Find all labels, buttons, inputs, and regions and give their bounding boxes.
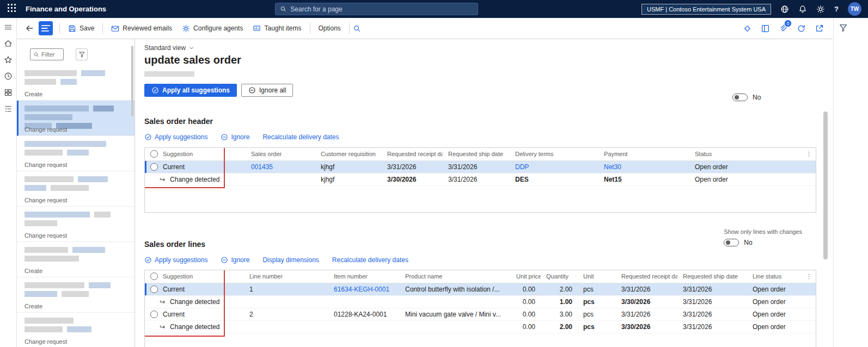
apply-all-suggestions-button[interactable]: Apply all suggestions: [144, 84, 237, 97]
column-header-requested-ship-date[interactable]: Requested ship date: [677, 270, 747, 283]
actionpane-search-icon[interactable]: [353, 24, 361, 33]
column-header-suggestion[interactable]: Suggestion: [145, 148, 246, 160]
row-label-cell: ↪Change detected: [145, 295, 244, 308]
column-header-item-number[interactable]: Item number: [328, 270, 400, 283]
open-in-new-icon[interactable]: [815, 24, 824, 33]
list-item[interactable]: Create: [17, 65, 135, 101]
change-detected-row[interactable]: ↪Change detected0.001.00pcs3/30/20263/31…: [145, 295, 816, 308]
column-header-requested-ship-date[interactable]: Requested ship date: [443, 148, 510, 160]
list-item[interactable]: Change request: [17, 101, 135, 136]
actionpane-configure-agents[interactable]: Configure agents: [177, 21, 248, 36]
show-only-toggle[interactable]: [724, 239, 739, 246]
grid-cell: Open order: [747, 320, 802, 333]
page-title: update sales order: [144, 54, 822, 66]
refresh-icon[interactable]: [797, 24, 806, 33]
topbar-search[interactable]: [275, 3, 478, 15]
environment-badge[interactable]: USMF | Contoso Entertainment System USA: [641, 4, 771, 15]
grid-cell-menu: [802, 320, 816, 333]
toolbar-link-apply-suggestions[interactable]: Apply suggestions: [144, 133, 207, 141]
list-item[interactable]: Change request: [17, 313, 135, 347]
column-header-line-number[interactable]: Line number: [244, 270, 328, 283]
count-badge: 0: [784, 20, 792, 27]
column-header-sales-order[interactable]: Sales order: [246, 148, 315, 160]
list-item[interactable]: Create: [17, 277, 135, 313]
attachments-icon[interactable]: 0: [779, 24, 788, 33]
suggestion-column-radio[interactable]: [150, 150, 158, 158]
panel-scrollbar[interactable]: [131, 46, 133, 116]
app-launcher-icon[interactable]: [8, 4, 18, 14]
column-header-label: Suggestion: [163, 273, 193, 280]
main-scrollbar[interactable]: [823, 39, 828, 347]
language-icon[interactable]: [780, 5, 789, 14]
column-header-status[interactable]: Status: [689, 148, 802, 160]
page-tile-icon[interactable]: [39, 21, 53, 35]
column-header-product-name[interactable]: Product name: [400, 270, 511, 283]
toolbar-link-recalculate-delivery-dates[interactable]: Recalculate delivery dates: [262, 133, 339, 141]
actionpane-label: Configure agents: [193, 24, 243, 32]
nav-workspaces-icon[interactable]: [4, 104, 13, 113]
settings-gear-icon[interactable]: [816, 5, 825, 14]
grid-cell[interactable]: DDP: [510, 160, 598, 173]
column-header-unit[interactable]: Unit: [578, 270, 616, 283]
back-icon[interactable]: [25, 23, 34, 33]
grid-options-icon[interactable]: ⋮: [802, 148, 816, 160]
suggestion-column-radio[interactable]: [150, 272, 158, 280]
panel-filter-button[interactable]: [76, 48, 88, 60]
grid-options-icon[interactable]: ⋮: [802, 270, 816, 283]
column-header-unit-price[interactable]: Unit price: [511, 270, 541, 283]
change-detected-row[interactable]: ↪Change detected0.002.00pcs3/30/20263/31…: [145, 320, 816, 333]
column-header-customer-requisition[interactable]: Customer requisition: [315, 148, 382, 160]
actionpane-save[interactable]: Save: [63, 21, 99, 36]
checkcircle-icon: [144, 133, 152, 141]
actionpane-options[interactable]: Options: [314, 21, 346, 36]
toolbar-link-recalculate-delivery-dates[interactable]: Recalculate delivery dates: [332, 256, 408, 264]
toggle-switch[interactable]: [732, 94, 748, 101]
current-row-radio[interactable]: [150, 311, 158, 318]
grid-cell[interactable]: 001435: [246, 160, 315, 173]
divider: [310, 23, 310, 34]
power-apps-icon[interactable]: [743, 24, 752, 33]
task-guide-icon[interactable]: [761, 24, 770, 33]
column-header-delivery-terms[interactable]: Delivery terms: [510, 148, 598, 160]
grid-cell: [400, 320, 511, 333]
toolbar-link-ignore[interactable]: Ignore: [221, 256, 249, 264]
help-icon[interactable]: ?: [834, 5, 839, 13]
view-selector[interactable]: Standard view: [144, 44, 194, 52]
grid-cell[interactable]: 61634-KEGH-0001: [328, 283, 400, 295]
grid-row[interactable]: Current161634-KEGH-0001Control butterfly…: [145, 283, 816, 295]
actionpane-reviewed-emails[interactable]: Reviewed emails: [106, 21, 177, 36]
list-item[interactable]: Change request: [17, 207, 135, 242]
topbar-search-input[interactable]: [290, 5, 473, 13]
nav-modules-icon[interactable]: [4, 88, 13, 97]
ignore-all-button[interactable]: Ignore all: [241, 84, 293, 97]
filter-pane-icon[interactable]: [839, 23, 848, 33]
avatar[interactable]: TW: [848, 2, 861, 16]
grid-cell: Net15: [598, 173, 689, 185]
nav-menu-icon[interactable]: [4, 23, 13, 32]
nav-favorites-icon[interactable]: [4, 55, 13, 64]
column-header-suggestion[interactable]: Suggestion: [145, 270, 244, 283]
grid-row[interactable]: Current201228-KA24-0001Mini vacuum gate …: [145, 308, 816, 320]
column-header-quantity[interactable]: Quantity: [541, 270, 578, 283]
change-detected-row[interactable]: ↪Change detectedkjhgf3/30/20263/31/2026D…: [145, 173, 816, 185]
filter-input[interactable]: [41, 51, 60, 58]
column-header-requested-receipt-date[interactable]: Requested receipt date: [616, 270, 677, 283]
list-item[interactable]: Change request: [17, 171, 135, 207]
grid-row[interactable]: Current001435kjhgf3/31/20263/31/2026DDPN…: [145, 160, 816, 173]
column-header-line-status[interactable]: Line status: [747, 270, 802, 283]
column-header-payment[interactable]: Payment: [598, 148, 689, 160]
list-item[interactable]: Change request: [17, 136, 135, 171]
notifications-icon[interactable]: [798, 5, 807, 14]
actionpane-taught-items[interactable]: Taught items: [248, 21, 306, 36]
list-item[interactable]: Create: [17, 242, 135, 277]
current-row-radio[interactable]: [150, 286, 158, 293]
scrollbar-thumb[interactable]: [823, 111, 828, 259]
grid-cell[interactable]: Net30: [598, 160, 689, 173]
toolbar-link-display-dimensions[interactable]: Display dimensions: [262, 256, 319, 264]
nav-home-icon[interactable]: [4, 39, 13, 48]
column-header-requested-receipt-date[interactable]: Requested receipt date: [382, 148, 443, 160]
nav-recent-icon[interactable]: [4, 72, 13, 80]
toolbar-link-apply-suggestions[interactable]: Apply suggestions: [144, 256, 207, 264]
toolbar-link-ignore[interactable]: Ignore: [221, 133, 249, 141]
current-row-radio[interactable]: [150, 163, 158, 171]
